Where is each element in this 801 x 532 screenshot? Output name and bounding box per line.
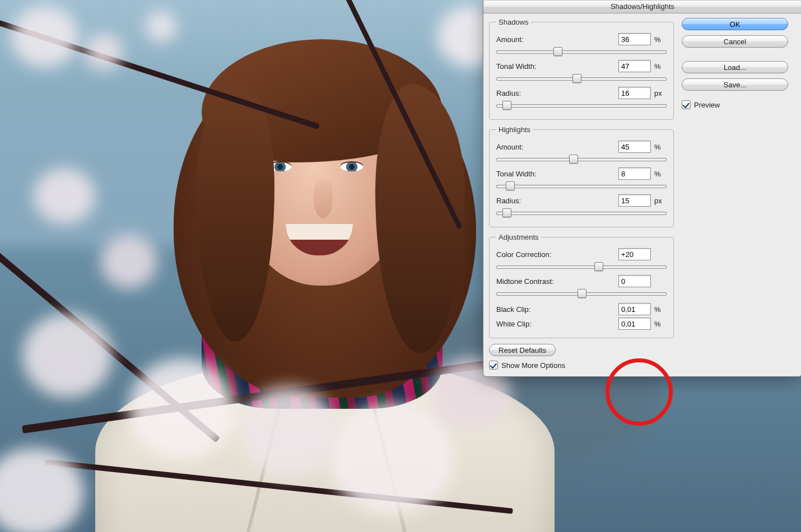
nose xyxy=(314,179,333,218)
shadows-amount-input[interactable] xyxy=(618,33,651,45)
unit: % xyxy=(654,35,667,44)
highlights-amount-slider[interactable] xyxy=(496,154,667,164)
color-correction-slider[interactable] xyxy=(496,262,667,272)
shadows-amount-slider[interactable] xyxy=(496,46,667,57)
dialog-title: Shadows/Highlights xyxy=(611,2,674,11)
color-correction-input[interactable] xyxy=(618,248,651,260)
highlights-radius-slider[interactable] xyxy=(496,208,667,218)
white-clip-label: White Clip: xyxy=(496,320,618,328)
preview-label: Preview xyxy=(694,101,720,109)
unit: % xyxy=(654,320,667,328)
highlights-tonal-slider[interactable] xyxy=(496,181,667,191)
unit: % xyxy=(654,62,667,71)
black-clip-input[interactable] xyxy=(618,303,651,315)
blossom xyxy=(34,168,95,224)
adjustments-legend: Adjustments xyxy=(496,233,541,241)
save-label: Save... xyxy=(724,81,746,89)
preview-checkbox[interactable]: Preview xyxy=(682,100,788,109)
unit: % xyxy=(654,143,667,151)
highlights-radius-input[interactable] xyxy=(618,194,651,207)
slider-thumb[interactable] xyxy=(594,262,603,271)
ok-label: OK xyxy=(730,20,741,29)
cancel-label: Cancel xyxy=(724,38,746,46)
show-more-options-label: Show More Options xyxy=(501,361,565,370)
blossom xyxy=(129,358,235,459)
unit: % xyxy=(654,305,667,314)
shadows-group: Shadows Amount: % Tonal Width: % Radius:… xyxy=(489,18,674,120)
highlights-tonal-label: Tonal Width: xyxy=(496,170,618,178)
adjustments-group: Adjustments Color Correction: Midtone Co… xyxy=(489,233,674,338)
shadows-tonal-input[interactable] xyxy=(618,60,651,72)
show-more-options-checkbox[interactable]: Show More Options xyxy=(489,361,674,370)
reset-defaults-button[interactable]: Reset Defaults xyxy=(489,344,556,356)
dialog-titlebar[interactable]: Shadows/Highlights xyxy=(483,0,801,13)
highlights-amount-label: Amount: xyxy=(496,143,618,151)
shadows-legend: Shadows xyxy=(496,18,530,26)
blossom xyxy=(101,235,157,288)
highlights-radius-label: Radius: xyxy=(496,197,618,205)
blossom xyxy=(84,34,123,70)
black-clip-label: Black Clip: xyxy=(496,305,618,314)
save-button[interactable]: Save... xyxy=(682,78,788,91)
load-button[interactable]: Load... xyxy=(682,61,788,73)
highlights-amount-input[interactable] xyxy=(618,141,651,153)
checkbox-icon xyxy=(682,100,691,109)
highlights-tonal-input[interactable] xyxy=(618,167,651,180)
highlights-group: Highlights Amount: % Tonal Width: % Radi… xyxy=(489,125,674,227)
slider-thumb[interactable] xyxy=(578,289,586,298)
cancel-button[interactable]: Cancel xyxy=(682,35,788,48)
shadows-highlights-dialog[interactable]: Shadows/Highlights Shadows Amount: % Ton… xyxy=(483,0,801,377)
slider-thumb[interactable] xyxy=(553,47,562,56)
midtone-contrast-slider[interactable] xyxy=(496,288,667,298)
shadows-radius-input[interactable] xyxy=(618,87,651,99)
slider-thumb[interactable] xyxy=(502,101,511,110)
white-clip-input[interactable] xyxy=(618,318,651,330)
blossom xyxy=(146,11,176,42)
ok-button[interactable]: OK xyxy=(682,18,788,30)
reset-defaults-label: Reset Defaults xyxy=(499,346,546,354)
blossom xyxy=(22,314,112,398)
slider-thumb[interactable] xyxy=(502,208,511,217)
load-label: Load... xyxy=(724,63,746,72)
shadows-tonal-slider[interactable] xyxy=(496,73,667,83)
slider-thumb[interactable] xyxy=(569,155,578,164)
slider-thumb[interactable] xyxy=(572,74,581,83)
checkbox-icon xyxy=(489,361,498,370)
shadows-amount-label: Amount: xyxy=(496,35,618,44)
blossom xyxy=(11,6,78,67)
highlights-legend: Highlights xyxy=(496,125,533,134)
midtone-contrast-label: Midtone Contrast: xyxy=(496,277,618,286)
blossom xyxy=(330,403,454,515)
shadows-radius-label: Radius: xyxy=(496,89,618,97)
shadows-radius-slider[interactable] xyxy=(496,100,667,110)
unit: px xyxy=(654,89,667,97)
eye xyxy=(341,162,363,171)
midtone-contrast-input[interactable] xyxy=(618,275,651,287)
shadows-tonal-label: Tonal Width: xyxy=(496,62,618,71)
slider-thumb[interactable] xyxy=(506,181,515,190)
color-correction-label: Color Correction: xyxy=(496,250,618,259)
unit: px xyxy=(654,197,667,205)
blossom xyxy=(241,386,336,476)
unit: % xyxy=(654,170,667,178)
